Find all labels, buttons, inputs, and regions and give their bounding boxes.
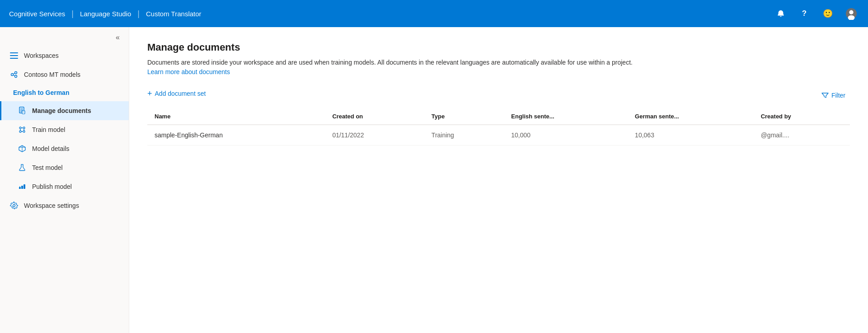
bell-svg bbox=[777, 9, 785, 18]
english-to-german-label: English to German bbox=[13, 89, 69, 96]
contoso-mt-models-label: Contoso MT models bbox=[24, 71, 80, 78]
train-model-label: Train model bbox=[32, 126, 65, 133]
svg-line-9 bbox=[13, 73, 15, 74]
documents-table-area: Name Created on Type English sente... Ge… bbox=[147, 108, 850, 145]
svg-point-1 bbox=[849, 10, 853, 14]
svg-point-20 bbox=[23, 131, 25, 132]
sidebar-item-english-to-german[interactable]: English to German bbox=[0, 84, 129, 101]
action-bar: + Add document set Filter bbox=[147, 82, 850, 108]
sidebar-item-manage-documents[interactable]: Manage documents bbox=[0, 101, 129, 120]
svg-point-8 bbox=[15, 75, 17, 78]
publish-model-label: Publish model bbox=[32, 183, 72, 190]
svg-point-7 bbox=[15, 72, 17, 74]
svg-rect-29 bbox=[19, 187, 21, 189]
topbar: Cognitive Services | Language Studio | C… bbox=[0, 0, 868, 27]
sidebar-item-test-model[interactable]: Test model bbox=[0, 158, 129, 177]
svg-rect-3 bbox=[10, 52, 18, 53]
main-content: Manage documents Documents are stored in… bbox=[129, 27, 868, 333]
document-icon bbox=[18, 106, 27, 115]
test-model-label: Test model bbox=[32, 164, 63, 171]
custom-translator-label: Custom Translator bbox=[146, 10, 202, 18]
train-icon bbox=[18, 125, 27, 134]
sidebar-item-contoso-mt-models[interactable]: Contoso MT models bbox=[0, 65, 129, 84]
page-title: Manage documents bbox=[147, 42, 850, 53]
col-name: Name bbox=[147, 108, 325, 125]
documents-table: Name Created on Type English sente... Ge… bbox=[147, 108, 850, 145]
topbar-actions: ? 🙂 bbox=[773, 6, 859, 21]
brand-cognitive-services: Cognitive Services bbox=[9, 10, 65, 18]
help-icon[interactable]: ? bbox=[797, 6, 812, 21]
sidebar-item-train-model[interactable]: Train model bbox=[0, 120, 129, 139]
svg-point-17 bbox=[19, 127, 21, 129]
sidebar: « Workspaces bbox=[0, 27, 129, 333]
col-type: Type bbox=[424, 108, 504, 125]
settings-icon bbox=[9, 201, 19, 210]
svg-rect-30 bbox=[21, 186, 23, 189]
sep1: | bbox=[71, 9, 74, 19]
add-document-set-button[interactable]: + Add document set bbox=[147, 86, 206, 101]
cube-icon bbox=[18, 144, 27, 153]
description-text: Documents are stored inside your workspa… bbox=[147, 59, 633, 66]
table-body: sample-English-German 01/11/2022 Trainin… bbox=[147, 125, 850, 145]
svg-rect-4 bbox=[10, 55, 18, 56]
menu-icon bbox=[9, 51, 19, 60]
cell-name: sample-English-German bbox=[147, 125, 325, 145]
filter-funnel-icon bbox=[821, 92, 829, 99]
filter-button[interactable]: Filter bbox=[817, 89, 850, 102]
svg-point-18 bbox=[23, 127, 25, 129]
publish-icon bbox=[18, 182, 27, 191]
sidebar-item-workspaces[interactable]: Workspaces bbox=[0, 46, 129, 65]
learn-more-link[interactable]: Learn more about documents bbox=[147, 68, 230, 75]
sidebar-item-workspace-settings[interactable]: Workspace settings bbox=[0, 196, 129, 215]
cell-german-sentences: 10,063 bbox=[628, 125, 754, 145]
col-german-sentences: German sente... bbox=[628, 108, 754, 125]
cell-created-by: @gmail.... bbox=[754, 125, 850, 145]
sidebar-item-model-details[interactable]: Model details bbox=[0, 139, 129, 158]
model-details-label: Model details bbox=[32, 145, 70, 152]
cell-created-on: 01/11/2022 bbox=[325, 125, 424, 145]
table-row[interactable]: sample-English-German 01/11/2022 Trainin… bbox=[147, 125, 850, 145]
app-layout: « Workspaces bbox=[0, 27, 868, 333]
user-avatar-svg bbox=[845, 7, 857, 20]
sidebar-collapse-section: « bbox=[0, 27, 129, 46]
svg-point-6 bbox=[11, 74, 14, 76]
svg-point-33 bbox=[13, 205, 15, 207]
cell-type: Training bbox=[424, 125, 504, 145]
svg-rect-31 bbox=[23, 184, 25, 189]
col-created-by: Created by bbox=[754, 108, 850, 125]
sep2: | bbox=[137, 9, 140, 19]
language-studio-label: Language Studio bbox=[80, 10, 131, 18]
cognitive-services-label: Cognitive Services bbox=[9, 10, 65, 18]
col-created-on: Created on bbox=[325, 108, 424, 125]
table-header: Name Created on Type English sente... Ge… bbox=[147, 108, 850, 125]
manage-documents-label: Manage documents bbox=[32, 107, 91, 114]
page-description: Documents are stored inside your workspa… bbox=[147, 58, 644, 77]
cell-english-sentences: 10,000 bbox=[504, 125, 628, 145]
user-profile-icon[interactable] bbox=[844, 6, 859, 21]
collapse-sidebar-button[interactable]: « bbox=[113, 32, 122, 43]
feedback-icon[interactable]: 🙂 bbox=[820, 6, 835, 21]
col-english-sentences: English sente... bbox=[504, 108, 628, 125]
svg-point-19 bbox=[19, 131, 21, 132]
svg-line-10 bbox=[13, 75, 15, 76]
models-icon bbox=[9, 70, 19, 79]
workspace-settings-label: Workspace settings bbox=[24, 202, 79, 209]
svg-rect-5 bbox=[10, 58, 18, 59]
notification-bell-icon[interactable] bbox=[773, 6, 788, 21]
sidebar-item-publish-model[interactable]: Publish model bbox=[0, 177, 129, 196]
plus-icon: + bbox=[147, 89, 152, 98]
flask-icon bbox=[18, 163, 27, 172]
workspaces-label: Workspaces bbox=[24, 52, 59, 59]
